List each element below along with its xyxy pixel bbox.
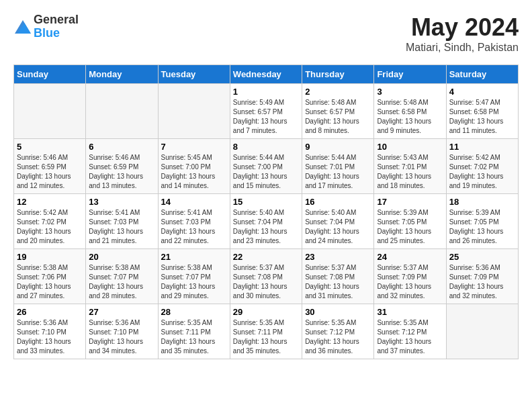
day-detail: Sunrise: 5:40 AMSunset: 7:04 PMDaylight:… [233, 208, 299, 246]
calendar-cell [446, 304, 518, 359]
weekday-header-monday: Monday [86, 65, 158, 84]
location-text: Matiari, Sindh, Pakistan [406, 42, 519, 54]
calendar-cell [14, 84, 86, 139]
day-detail: Sunrise: 5:37 AMSunset: 7:08 PMDaylight:… [305, 263, 371, 301]
logo-general-text: General [34, 13, 79, 27]
day-detail: Sunrise: 5:39 AMSunset: 7:05 PMDaylight:… [449, 208, 515, 246]
weekday-header-row: SundayMondayTuesdayWednesdayThursdayFrid… [14, 65, 519, 84]
day-number: 28 [161, 307, 227, 317]
day-detail: Sunrise: 5:46 AMSunset: 6:59 PMDaylight:… [89, 153, 154, 191]
weekday-header-thursday: Thursday [302, 65, 374, 84]
weekday-header-wednesday: Wednesday [230, 65, 302, 84]
calendar-cell: 20Sunrise: 5:38 AMSunset: 7:07 PMDayligh… [86, 249, 158, 304]
day-detail: Sunrise: 5:35 AMSunset: 7:12 PMDaylight:… [377, 318, 443, 356]
calendar-cell: 30Sunrise: 5:35 AMSunset: 7:12 PMDayligh… [302, 304, 374, 359]
logo-blue-text: Blue [34, 27, 79, 40]
day-detail: Sunrise: 5:35 AMSunset: 7:12 PMDaylight:… [305, 318, 371, 356]
day-number: 7 [161, 142, 227, 152]
day-detail: Sunrise: 5:35 AMSunset: 7:11 PMDaylight:… [233, 318, 299, 356]
calendar-cell: 31Sunrise: 5:35 AMSunset: 7:12 PMDayligh… [374, 304, 446, 359]
day-detail: Sunrise: 5:49 AMSunset: 6:57 PMDaylight:… [233, 98, 299, 136]
day-number: 22 [233, 252, 299, 262]
day-detail: Sunrise: 5:36 AMSunset: 7:10 PMDaylight:… [17, 318, 83, 356]
day-number: 21 [161, 252, 227, 262]
day-detail: Sunrise: 5:41 AMSunset: 7:03 PMDaylight:… [161, 208, 227, 246]
day-number: 26 [17, 307, 83, 317]
day-detail: Sunrise: 5:39 AMSunset: 7:05 PMDaylight:… [377, 208, 443, 246]
calendar-cell: 3Sunrise: 5:48 AMSunset: 6:58 PMDaylight… [374, 84, 446, 139]
weekday-header-sunday: Sunday [14, 65, 86, 84]
day-detail: Sunrise: 5:44 AMSunset: 7:00 PMDaylight:… [233, 153, 299, 191]
day-number: 3 [377, 87, 443, 97]
calendar-cell: 17Sunrise: 5:39 AMSunset: 7:05 PMDayligh… [374, 194, 446, 249]
calendar-cell: 23Sunrise: 5:37 AMSunset: 7:08 PMDayligh… [302, 249, 374, 304]
day-detail: Sunrise: 5:48 AMSunset: 6:58 PMDaylight:… [377, 98, 443, 136]
calendar-cell: 9Sunrise: 5:44 AMSunset: 7:01 PMDaylight… [302, 139, 374, 194]
weekday-header-tuesday: Tuesday [158, 65, 230, 84]
day-detail: Sunrise: 5:47 AMSunset: 6:58 PMDaylight:… [449, 98, 515, 136]
calendar-body: 1Sunrise: 5:49 AMSunset: 6:57 PMDaylight… [14, 84, 519, 359]
calendar-cell: 6Sunrise: 5:46 AMSunset: 6:59 PMDaylight… [86, 139, 158, 194]
calendar-cell: 26Sunrise: 5:36 AMSunset: 7:10 PMDayligh… [14, 304, 86, 359]
calendar-week-1: 1Sunrise: 5:49 AMSunset: 6:57 PMDaylight… [14, 84, 519, 139]
calendar-cell: 5Sunrise: 5:46 AMSunset: 6:59 PMDaylight… [14, 139, 86, 194]
day-detail: Sunrise: 5:38 AMSunset: 7:07 PMDaylight:… [89, 263, 154, 301]
calendar-cell: 29Sunrise: 5:35 AMSunset: 7:11 PMDayligh… [230, 304, 302, 359]
weekday-header-friday: Friday [374, 65, 446, 84]
day-number: 19 [17, 252, 83, 262]
day-number: 30 [305, 307, 371, 317]
calendar-cell: 25Sunrise: 5:36 AMSunset: 7:09 PMDayligh… [446, 249, 518, 304]
logo-text: General Blue [34, 13, 79, 40]
day-number: 2 [305, 87, 371, 97]
day-detail: Sunrise: 5:38 AMSunset: 7:06 PMDaylight:… [17, 263, 83, 301]
day-number: 11 [449, 142, 515, 152]
calendar-cell: 14Sunrise: 5:41 AMSunset: 7:03 PMDayligh… [158, 194, 230, 249]
day-number: 25 [449, 252, 515, 262]
calendar-cell: 21Sunrise: 5:38 AMSunset: 7:07 PMDayligh… [158, 249, 230, 304]
day-number: 18 [449, 197, 515, 207]
day-detail: Sunrise: 5:43 AMSunset: 7:01 PMDaylight:… [377, 153, 443, 191]
day-number: 5 [17, 142, 83, 152]
calendar-week-5: 26Sunrise: 5:36 AMSunset: 7:10 PMDayligh… [14, 304, 519, 359]
calendar-header: SundayMondayTuesdayWednesdayThursdayFrid… [14, 65, 519, 84]
day-number: 16 [305, 197, 371, 207]
day-detail: Sunrise: 5:35 AMSunset: 7:11 PMDaylight:… [161, 318, 227, 356]
calendar-cell [86, 84, 158, 139]
calendar-cell: 7Sunrise: 5:45 AMSunset: 7:00 PMDaylight… [158, 139, 230, 194]
calendar-week-2: 5Sunrise: 5:46 AMSunset: 6:59 PMDaylight… [14, 139, 519, 194]
calendar-cell: 22Sunrise: 5:37 AMSunset: 7:08 PMDayligh… [230, 249, 302, 304]
day-number: 4 [449, 87, 515, 97]
calendar-week-3: 12Sunrise: 5:42 AMSunset: 7:02 PMDayligh… [14, 194, 519, 249]
day-number: 27 [89, 307, 154, 317]
calendar-cell: 15Sunrise: 5:40 AMSunset: 7:04 PMDayligh… [230, 194, 302, 249]
day-number: 1 [233, 87, 299, 97]
day-number: 17 [377, 197, 443, 207]
calendar-cell: 27Sunrise: 5:36 AMSunset: 7:10 PMDayligh… [86, 304, 158, 359]
day-detail: Sunrise: 5:41 AMSunset: 7:03 PMDaylight:… [89, 208, 154, 246]
day-number: 29 [233, 307, 299, 317]
calendar-cell: 19Sunrise: 5:38 AMSunset: 7:06 PMDayligh… [14, 249, 86, 304]
day-number: 31 [377, 307, 443, 317]
calendar-cell: 12Sunrise: 5:42 AMSunset: 7:02 PMDayligh… [14, 194, 86, 249]
day-detail: Sunrise: 5:45 AMSunset: 7:00 PMDaylight:… [161, 153, 227, 191]
calendar-cell: 4Sunrise: 5:47 AMSunset: 6:58 PMDaylight… [446, 84, 518, 139]
day-number: 12 [17, 197, 83, 207]
calendar-cell: 24Sunrise: 5:37 AMSunset: 7:09 PMDayligh… [374, 249, 446, 304]
day-detail: Sunrise: 5:42 AMSunset: 7:02 PMDaylight:… [449, 153, 515, 191]
day-number: 15 [233, 197, 299, 207]
day-number: 6 [89, 142, 154, 152]
day-number: 24 [377, 252, 443, 262]
day-detail: Sunrise: 5:37 AMSunset: 7:08 PMDaylight:… [233, 263, 299, 301]
calendar-cell: 2Sunrise: 5:48 AMSunset: 6:57 PMDaylight… [302, 84, 374, 139]
month-title: May 2024 [406, 13, 519, 42]
calendar-cell: 1Sunrise: 5:49 AMSunset: 6:57 PMDaylight… [230, 84, 302, 139]
calendar-table: SundayMondayTuesdayWednesdayThursdayFrid… [13, 64, 519, 359]
day-detail: Sunrise: 5:36 AMSunset: 7:09 PMDaylight:… [449, 263, 515, 301]
day-number: 20 [89, 252, 154, 262]
page-header: General Blue May 2024 Matiari, Sindh, Pa… [13, 13, 519, 54]
day-number: 23 [305, 252, 371, 262]
day-detail: Sunrise: 5:44 AMSunset: 7:01 PMDaylight:… [305, 153, 371, 191]
logo: General Blue [13, 13, 79, 40]
day-detail: Sunrise: 5:37 AMSunset: 7:09 PMDaylight:… [377, 263, 443, 301]
day-detail: Sunrise: 5:40 AMSunset: 7:04 PMDaylight:… [305, 208, 371, 246]
